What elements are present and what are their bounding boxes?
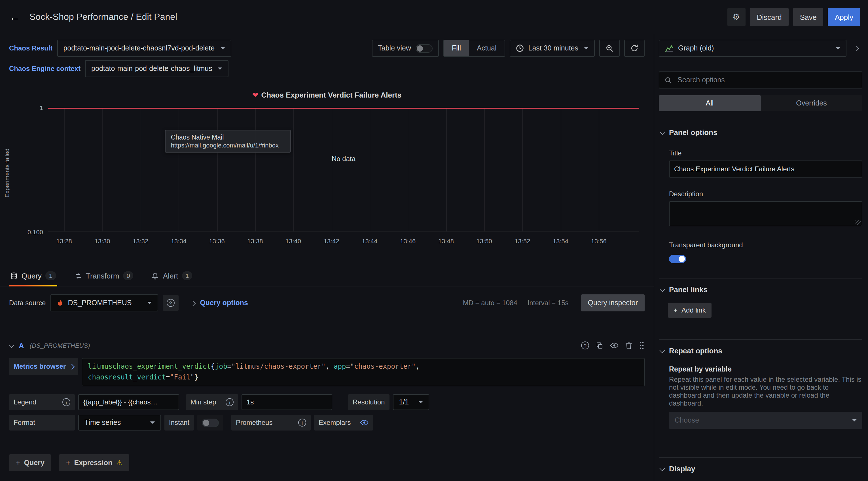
chevron-right-icon bbox=[853, 46, 859, 51]
display-header[interactable]: Display bbox=[659, 462, 862, 475]
legend-input[interactable] bbox=[78, 394, 179, 410]
query-expression[interactable]: litmuschaos_experiment_verdict{job="litm… bbox=[82, 358, 645, 387]
metrics-browser-button[interactable]: Metrics browser bbox=[9, 358, 78, 375]
data-link-url[interactable]: https://mail.google.com/mail/u/1/#inbox bbox=[171, 142, 285, 149]
table-view-label: Table view bbox=[378, 44, 411, 52]
add-link-label: Add link bbox=[681, 306, 706, 314]
fill-actual-segmented: Fill Actual bbox=[443, 40, 505, 57]
resolution-value: 1/1 bbox=[399, 398, 409, 407]
chevron-down-icon bbox=[660, 129, 665, 135]
editor-tabs: Query 1 Transform 0 Alert 1 bbox=[0, 267, 654, 287]
panel-description-textarea[interactable] bbox=[669, 201, 862, 226]
gridline bbox=[484, 108, 485, 232]
tab-all-options[interactable]: All bbox=[659, 95, 761, 111]
chart: Experiments failed 1 0.100 No data Chaos… bbox=[0, 103, 654, 249]
tab-query[interactable]: Query 1 bbox=[9, 268, 57, 286]
instant-switch[interactable] bbox=[202, 419, 219, 427]
hide-query-eye-icon[interactable] bbox=[610, 342, 619, 349]
workspace: Chaos Result podtato-main-pod-delete-cha… bbox=[0, 34, 868, 481]
options-search-input[interactable] bbox=[676, 76, 857, 85]
x-axis-tick-label: 13:54 bbox=[553, 238, 568, 244]
resize-handle[interactable] bbox=[856, 220, 861, 225]
options-search[interactable] bbox=[659, 71, 862, 89]
collapse-options-button[interactable] bbox=[850, 40, 862, 57]
query-options-toggle[interactable]: Query options bbox=[191, 299, 248, 307]
exemplars-chip[interactable]: Exemplars bbox=[314, 415, 373, 431]
chevron-down-icon bbox=[660, 287, 665, 292]
duplicate-icon[interactable] bbox=[596, 342, 603, 349]
drag-handle-icon[interactable] bbox=[639, 341, 645, 350]
transform-icon bbox=[74, 272, 82, 279]
transparent-bg-switch[interactable] bbox=[669, 255, 686, 263]
chart-x-axis: 13:2813:3013:3213:3413:3613:3813:4013:42… bbox=[48, 238, 639, 247]
submenu: Chaos Result podtato-main-pod-delete-cha… bbox=[0, 34, 654, 77]
discard-button[interactable]: Discard bbox=[750, 8, 788, 26]
tab-alert[interactable]: Alert 1 bbox=[151, 268, 194, 286]
variable-select-chaos-result[interactable]: podtato-main-pod-delete-chaosnl7vd-pod-d… bbox=[57, 40, 231, 57]
x-axis-tick-label: 13:52 bbox=[515, 238, 530, 244]
collapse-query-icon[interactable] bbox=[9, 342, 14, 348]
query-help-icon[interactable]: ? bbox=[581, 341, 589, 350]
data-link-title[interactable]: Chaos Native Mail bbox=[171, 134, 285, 141]
top-header: ← Sock-Shop Performance / Edit Panel ⚙ D… bbox=[0, 0, 868, 34]
table-view-switch[interactable] bbox=[415, 44, 433, 53]
save-button[interactable]: Save bbox=[793, 8, 824, 26]
resolution-select[interactable]: 1/1 bbox=[393, 394, 429, 410]
add-link-button[interactable]: + Add link bbox=[668, 303, 711, 318]
back-arrow-icon[interactable]: ← bbox=[9, 11, 21, 23]
variable-select-chaos-engine-context[interactable]: podtato-main-pod-delete-chaos_litmus bbox=[85, 60, 229, 77]
format-select[interactable]: Time series bbox=[78, 415, 161, 431]
tab-overrides[interactable]: Overrides bbox=[761, 95, 862, 111]
exemplars-eye-icon bbox=[360, 419, 369, 426]
instant-toggle-box bbox=[197, 415, 223, 431]
fill-segment[interactable]: Fill bbox=[444, 40, 469, 56]
query-editor: Data source DS_PROMETHEUS ? Query option… bbox=[0, 287, 654, 472]
preview-toolbar: Table view Fill Actual Last 30 minutes bbox=[372, 40, 645, 57]
panel-links-header[interactable]: Panel links bbox=[659, 283, 862, 296]
section-panel-links: Panel links + Add link bbox=[659, 278, 862, 318]
zoom-out-button[interactable] bbox=[599, 40, 620, 57]
add-expression-button[interactable]: + Expression ⚠ bbox=[59, 455, 129, 472]
panel-title-text: Chaos Experiment Verdict Failure Alerts bbox=[261, 91, 402, 99]
datasource-label: Data source bbox=[9, 299, 45, 307]
min-step-input[interactable] bbox=[242, 394, 332, 410]
panel-options-header[interactable]: Panel options bbox=[659, 126, 862, 139]
add-query-button[interactable]: + Query bbox=[9, 455, 51, 472]
chevron-down-icon bbox=[660, 466, 665, 471]
x-axis-tick-label: 13:32 bbox=[133, 238, 148, 244]
panel-title-input[interactable] bbox=[669, 160, 862, 178]
datasource-help-button[interactable]: ? bbox=[162, 295, 178, 311]
refresh-button[interactable] bbox=[624, 40, 645, 57]
chevron-down-icon bbox=[836, 47, 840, 49]
clock-icon bbox=[516, 44, 524, 52]
panel-settings-button[interactable]: ⚙ bbox=[727, 8, 746, 26]
repeat-by-variable-label: Repeat by variable bbox=[669, 365, 862, 373]
page-title: Sock-Shop Performance / Edit Panel bbox=[29, 12, 177, 22]
x-axis-tick-label: 13:46 bbox=[400, 238, 415, 244]
chevron-down-icon bbox=[220, 47, 225, 49]
trash-icon[interactable] bbox=[625, 342, 632, 349]
format-label: Format bbox=[13, 419, 35, 427]
apply-button[interactable]: Apply bbox=[828, 8, 860, 26]
time-range-picker[interactable]: Last 30 minutes bbox=[510, 40, 595, 57]
chevron-right-icon bbox=[190, 300, 196, 306]
plus-icon: + bbox=[66, 459, 70, 467]
table-view-toggle-box[interactable]: Table view bbox=[372, 40, 439, 57]
panel-options-body: Title Description Transparent background bbox=[659, 149, 862, 266]
repeat-options-header[interactable]: Repeat options bbox=[659, 344, 862, 357]
expression-line: chaosresult_verdict="Fail"} bbox=[88, 372, 639, 383]
repeat-variable-select[interactable]: Choose bbox=[669, 412, 862, 429]
tab-count-badge: 1 bbox=[182, 271, 192, 280]
gridline bbox=[179, 108, 179, 232]
query-inspector-button[interactable]: Query inspector bbox=[581, 294, 645, 311]
gridline bbox=[217, 108, 217, 232]
tab-transform[interactable]: Transform 0 bbox=[73, 268, 135, 286]
x-axis-tick-label: 13:40 bbox=[285, 238, 301, 244]
chevron-down-icon bbox=[150, 422, 155, 424]
visualization-picker[interactable]: Graph (old) bbox=[659, 40, 846, 57]
actual-segment[interactable]: Actual bbox=[469, 40, 504, 56]
info-icon: i bbox=[62, 398, 70, 407]
plot-area[interactable]: No data Chaos Native Mail https://mail.g… bbox=[48, 108, 639, 232]
x-axis-tick-label: 13:44 bbox=[362, 238, 377, 244]
datasource-picker[interactable]: DS_PROMETHEUS bbox=[50, 294, 158, 311]
